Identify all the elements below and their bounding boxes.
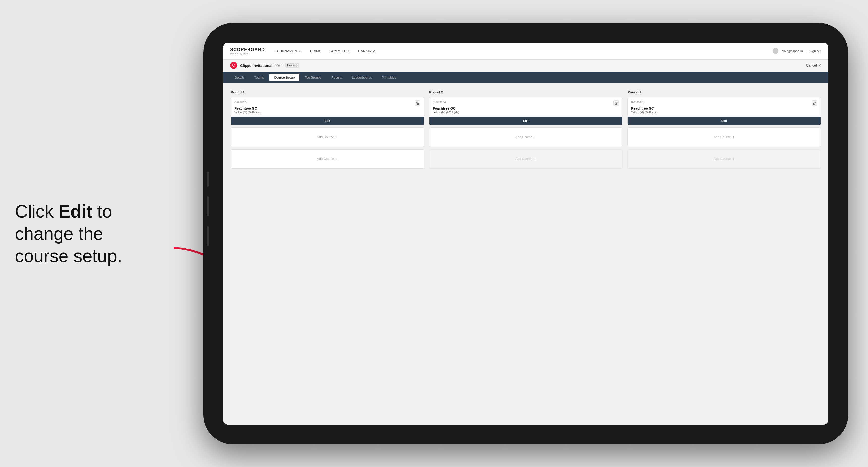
course-delete-button[interactable]: 🗑 bbox=[415, 100, 421, 106]
tournament-logo: C bbox=[230, 62, 237, 69]
add-course-label: Add Course bbox=[317, 135, 334, 139]
top-nav: SCOREBOARD Powered by clippd TOURNAMENTS… bbox=[223, 43, 828, 60]
tournament-header: C Clippd Invitational (Men) Hosting Canc… bbox=[223, 60, 828, 72]
course-card-header-3: (Course A) 🗑 bbox=[631, 100, 817, 106]
nav-tournaments[interactable]: TOURNAMENTS bbox=[275, 48, 302, 54]
tab-course-setup[interactable]: Course Setup bbox=[269, 74, 299, 81]
side-button bbox=[207, 172, 209, 187]
bold-edit: Edit bbox=[59, 201, 92, 221]
round-3-column: Round 3 (Course A) 🗑 Peachtree GC Yellow… bbox=[627, 90, 821, 171]
add-course-label-r3-2: Add Course bbox=[714, 157, 731, 161]
round-1-course-card: (Course A) 🗑 Peachtree GC Yellow (M) (66… bbox=[230, 97, 424, 125]
user-email: blair@clippd.io bbox=[781, 49, 803, 53]
round-3-add-course-2: Add Course + bbox=[627, 149, 821, 169]
course-card-header: (Course A) 🗑 bbox=[235, 100, 421, 106]
tab-bar: Details Teams Course Setup Tee Groups Re… bbox=[223, 72, 828, 83]
user-avatar bbox=[773, 48, 778, 54]
pipe-separator: | bbox=[806, 49, 806, 53]
side-button-2 bbox=[207, 196, 209, 216]
round-2-delete-button[interactable]: 🗑 bbox=[613, 100, 619, 106]
tablet-screen: SCOREBOARD Powered by clippd TOURNAMENTS… bbox=[223, 43, 828, 425]
logo-title: SCOREBOARD bbox=[230, 47, 265, 52]
nav-rankings[interactable]: RANKINGS bbox=[358, 48, 376, 54]
plus-icon-r3: + bbox=[732, 135, 735, 139]
round-1-column: Round 1 (Course A) 🗑 Peachtree GC Yellow… bbox=[230, 90, 424, 171]
tab-leaderboards[interactable]: Leaderboards bbox=[347, 74, 376, 81]
sign-out-link[interactable]: Sign out bbox=[809, 49, 822, 53]
tab-tee-groups[interactable]: Tee Groups bbox=[300, 74, 326, 81]
side-button-3 bbox=[207, 226, 209, 246]
course-details: Yellow (M) (6629 yds) bbox=[235, 111, 421, 114]
add-course-label-2: Add Course bbox=[317, 157, 334, 161]
course-name-3: Peachtree GC bbox=[631, 106, 817, 111]
trash-icon: 🗑 bbox=[416, 101, 420, 105]
content-area: Round 1 (Course A) 🗑 Peachtree GC Yellow… bbox=[223, 83, 828, 425]
round-3-delete-button[interactable]: 🗑 bbox=[812, 100, 817, 106]
round-3-title: Round 3 bbox=[627, 90, 821, 94]
nav-committee[interactable]: COMMITTEE bbox=[329, 48, 350, 54]
round-2-column: Round 2 (Course A) 🗑 Peachtree GC Yellow… bbox=[429, 90, 622, 171]
cancel-button[interactable]: Cancel ✕ bbox=[806, 63, 822, 67]
round-2-course-card: (Course A) 🗑 Peachtree GC Yellow (M) (66… bbox=[429, 97, 622, 125]
round-1-edit-button[interactable]: Edit bbox=[231, 117, 424, 125]
instruction-text: Click Edit to change the course setup. bbox=[15, 200, 168, 267]
plus-icon-r2-2: + bbox=[534, 157, 536, 161]
course-details-3: Yellow (M) (6629 yds) bbox=[631, 111, 817, 114]
round-2-edit-button[interactable]: Edit bbox=[429, 117, 622, 125]
course-name: Peachtree GC bbox=[235, 106, 421, 111]
tab-teams[interactable]: Teams bbox=[250, 74, 268, 81]
trash-icon-2: 🗑 bbox=[614, 101, 618, 105]
course-label-2: (Course A) bbox=[433, 100, 446, 103]
round-1-add-course-1[interactable]: Add Course + bbox=[230, 127, 424, 147]
nav-links: TOURNAMENTS TEAMS COMMITTEE RANKINGS bbox=[275, 48, 773, 54]
user-area: blair@clippd.io | Sign out bbox=[773, 48, 822, 54]
course-details-2: Yellow (M) (6629 yds) bbox=[433, 111, 619, 114]
round-1-title: Round 1 bbox=[230, 90, 424, 94]
add-course-label-r3: Add Course bbox=[714, 135, 731, 139]
round-2-title: Round 2 bbox=[429, 90, 622, 94]
rounds-container: Round 1 (Course A) 🗑 Peachtree GC Yellow… bbox=[230, 90, 821, 171]
tab-printables[interactable]: Printables bbox=[377, 74, 401, 81]
round-2-add-course-1[interactable]: Add Course + bbox=[429, 127, 622, 147]
plus-icon-2: + bbox=[336, 157, 338, 161]
course-label: (Course A) bbox=[235, 100, 248, 103]
plus-icon: + bbox=[336, 135, 338, 139]
course-label-3: (Course A) bbox=[631, 100, 644, 103]
scoreboard-logo: SCOREBOARD Powered by clippd bbox=[230, 47, 265, 55]
tab-results[interactable]: Results bbox=[327, 74, 346, 81]
tournament-name: Clippd Invitational bbox=[240, 63, 272, 68]
round-1-add-course-2[interactable]: Add Course + bbox=[230, 149, 424, 169]
logo-subtitle: Powered by clippd bbox=[230, 52, 265, 55]
round-3-add-course-1[interactable]: Add Course + bbox=[627, 127, 821, 147]
close-icon: ✕ bbox=[818, 63, 822, 67]
trash-icon-3: 🗑 bbox=[813, 101, 816, 105]
round-3-course-card: (Course A) 🗑 Peachtree GC Yellow (M) (66… bbox=[627, 97, 821, 125]
add-course-label-r2-2: Add Course bbox=[515, 157, 532, 161]
plus-icon-r3-2: + bbox=[732, 157, 735, 161]
course-card-header-2: (Course A) 🗑 bbox=[433, 100, 619, 106]
nav-teams[interactable]: TEAMS bbox=[310, 48, 321, 54]
course-name-2: Peachtree GC bbox=[433, 106, 619, 111]
tablet-shell: SCOREBOARD Powered by clippd TOURNAMENTS… bbox=[204, 23, 848, 444]
round-2-add-course-2: Add Course + bbox=[429, 149, 622, 169]
tournament-gender: (Men) bbox=[274, 64, 283, 67]
add-course-label-r2: Add Course bbox=[515, 135, 532, 139]
hosting-badge: Hosting bbox=[285, 63, 299, 68]
round-3-edit-button[interactable]: Edit bbox=[628, 117, 820, 125]
tab-details[interactable]: Details bbox=[230, 74, 249, 81]
plus-icon-r2: + bbox=[534, 135, 536, 139]
